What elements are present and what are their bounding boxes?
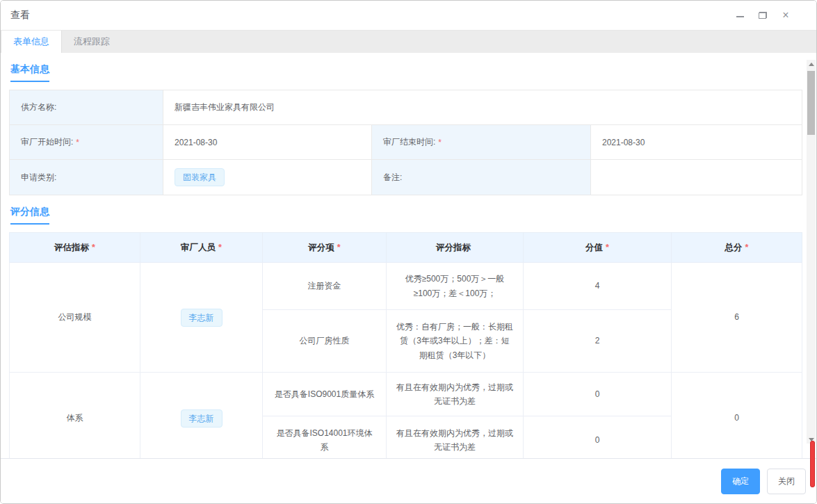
scoring-criteria-cell: 有且在有效期内为优秀，过期或无证书为差 bbox=[387, 416, 524, 460]
audit-end-value: 2021-08-30 bbox=[591, 125, 802, 160]
total-score-cell: 6 bbox=[672, 263, 802, 373]
tab-form-info[interactable]: 表单信息 bbox=[1, 31, 62, 53]
close-dialog-button[interactable]: 关闭 bbox=[767, 469, 806, 494]
scoring-section-title: 评分信息 bbox=[10, 205, 801, 225]
header-scoring-item-required: * bbox=[337, 243, 341, 252]
scoring-item-cell: 是否具备ISO9001质量体系 bbox=[263, 373, 387, 416]
view-dialog: 查看 × 表单信息 流程跟踪 基本信息 供方名称: bbox=[0, 0, 817, 504]
window-controls: × bbox=[734, 10, 791, 21]
content-scrollbar[interactable] bbox=[807, 60, 816, 444]
scroll-up-icon bbox=[809, 63, 814, 66]
scrollbar-thumb[interactable] bbox=[807, 71, 815, 135]
scoring-criteria-cell: 优秀：自有厂房；一般：长期租赁（3年或3年以上）；差：短期租赁（3年以下） bbox=[387, 310, 524, 373]
audit-start-label-text: 审厂开始时间: bbox=[21, 136, 73, 148]
close-button[interactable]: × bbox=[780, 10, 791, 21]
tab-process-tracking-label: 流程跟踪 bbox=[74, 35, 110, 48]
header-evaluation-indicator: 评估指标* bbox=[10, 233, 140, 263]
header-evaluation-indicator-text: 评估指标 bbox=[54, 243, 89, 252]
audit-start-label: 审厂开始时间: * bbox=[10, 125, 163, 160]
page-scrollbar-thumb[interactable] bbox=[810, 441, 815, 487]
audit-end-label-text: 审厂结束时间: bbox=[383, 136, 435, 148]
table-row: 体系 李志新 是否具备ISO9001质量体系 有且在有效期内为优秀，过期或无证书… bbox=[10, 373, 802, 416]
total-score-cell: 0 bbox=[672, 373, 802, 460]
apply-category-label-text: 申请类别: bbox=[21, 172, 56, 184]
auditor-tag: 李志新 bbox=[181, 309, 223, 327]
minimize-button[interactable] bbox=[734, 10, 745, 21]
header-score-text: 分值 bbox=[585, 243, 603, 252]
table-row: 公司规模 李志新 注册资金 优秀≥500万；500万＞一般≥100万；差＜100… bbox=[10, 263, 802, 310]
header-auditor-text: 审厂人员 bbox=[181, 243, 216, 252]
auditor-tag: 李志新 bbox=[181, 409, 223, 428]
basic-info-form: 供方名称: 新疆吉丰伟业家具有限公司 审厂开始时间: * 2021-08-30 … bbox=[9, 90, 802, 195]
header-scoring-item: 评分项* bbox=[263, 233, 387, 263]
score-cell: 0 bbox=[524, 373, 672, 416]
restore-icon bbox=[759, 12, 767, 19]
tab-bar: 表单信息 流程跟踪 bbox=[1, 30, 816, 53]
header-scoring-criteria-text: 评分指标 bbox=[436, 243, 471, 252]
header-score-required: * bbox=[606, 243, 609, 252]
category-tag: 固装家具 bbox=[175, 168, 225, 186]
header-evaluation-indicator-required: * bbox=[92, 243, 95, 252]
group-indicator-cell: 公司规模 bbox=[10, 263, 140, 373]
group-auditor-cell: 李志新 bbox=[140, 373, 263, 460]
score-cell: 4 bbox=[524, 263, 672, 310]
tab-process-tracking[interactable]: 流程跟踪 bbox=[62, 31, 122, 53]
header-auditor-required: * bbox=[218, 243, 222, 252]
header-total-score-text: 总分 bbox=[725, 243, 743, 252]
dialog-footer: 确定 关闭 bbox=[1, 459, 816, 503]
group-indicator-cell: 体系 bbox=[10, 373, 140, 460]
remark-label: 备注: bbox=[372, 160, 591, 195]
remark-value bbox=[591, 160, 802, 195]
score-cell: 2 bbox=[524, 310, 672, 373]
apply-category-label: 申请类别: bbox=[10, 160, 163, 195]
restore-button[interactable] bbox=[757, 10, 768, 21]
apply-category-value: 固装家具 bbox=[163, 160, 372, 195]
scoring-criteria-cell: 有且在有效期内为优秀，过期或无证书为差 bbox=[387, 373, 524, 416]
scoring-item-cell: 注册资金 bbox=[263, 263, 387, 310]
audit-start-value-text: 2021-08-30 bbox=[175, 138, 217, 147]
scoring-header-row: 评估指标* 审厂人员* 评分项* 评分指标 分值* 总分* bbox=[10, 233, 802, 263]
audit-start-value: 2021-08-30 bbox=[163, 125, 372, 160]
basic-info-section-title-text: 基本信息 bbox=[10, 63, 49, 82]
scoring-table: 评估指标* 审厂人员* 评分项* 评分指标 分值* 总分* 公司规模 李志新 注… bbox=[9, 232, 802, 459]
scoring-item-cell: 公司厂房性质 bbox=[263, 310, 387, 373]
header-total-score: 总分* bbox=[672, 233, 802, 263]
audit-start-required-mark: * bbox=[76, 138, 79, 147]
dialog-titlebar: 查看 × bbox=[1, 1, 816, 30]
supplier-name-value-text: 新疆吉丰伟业家具有限公司 bbox=[175, 101, 275, 113]
header-scoring-item-text: 评分项 bbox=[308, 243, 334, 252]
audit-end-label: 审厂结束时间: * bbox=[372, 125, 591, 160]
audit-end-required-mark: * bbox=[438, 138, 442, 147]
scoring-criteria-cell: 优秀≥500万；500万＞一般≥100万；差＜100万； bbox=[387, 263, 524, 310]
dialog-title: 查看 bbox=[10, 9, 30, 22]
supplier-name-label-text: 供方名称: bbox=[21, 101, 56, 113]
scroll-up-button[interactable] bbox=[807, 60, 816, 68]
header-auditor: 审厂人员* bbox=[140, 233, 263, 263]
group-auditor-cell: 李志新 bbox=[140, 263, 263, 373]
header-score: 分值* bbox=[524, 233, 672, 263]
minimize-icon bbox=[736, 16, 744, 17]
scoring-section-title-text: 评分信息 bbox=[10, 206, 49, 225]
remark-label-text: 备注: bbox=[383, 172, 402, 184]
supplier-name-value: 新疆吉丰伟业家具有限公司 bbox=[163, 90, 802, 125]
confirm-button[interactable]: 确定 bbox=[721, 469, 760, 494]
scoring-item-cell: 是否具备ISO14001环境体系 bbox=[263, 416, 387, 460]
score-cell: 0 bbox=[524, 416, 672, 460]
header-scoring-criteria: 评分指标 bbox=[387, 233, 524, 263]
audit-end-value-text: 2021-08-30 bbox=[602, 138, 645, 147]
basic-info-section-title: 基本信息 bbox=[10, 63, 801, 82]
supplier-name-label: 供方名称: bbox=[10, 90, 163, 125]
header-total-score-required: * bbox=[745, 243, 749, 252]
tab-form-info-label: 表单信息 bbox=[13, 35, 49, 48]
close-icon: × bbox=[782, 10, 788, 21]
dialog-content: 基本信息 供方名称: 新疆吉丰伟业家具有限公司 审厂开始时间: * 2021-0… bbox=[1, 53, 816, 459]
